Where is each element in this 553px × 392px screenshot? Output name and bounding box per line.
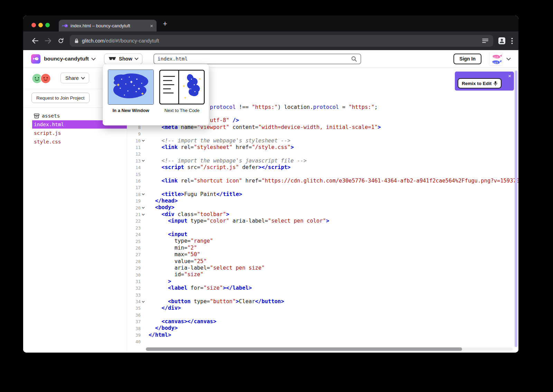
code-line[interactable]: 19 </head> xyxy=(127,198,518,204)
line-number: 24 xyxy=(127,231,146,238)
code-line[interactable]: 28 value="25" xyxy=(127,258,518,265)
browser-titlebar: index.html – bouncy-candytuft × + xyxy=(23,16,518,31)
code-line[interactable]: 17 xyxy=(127,184,518,191)
fold-toggle-icon[interactable] xyxy=(141,193,146,195)
code-line[interactable]: 12 xyxy=(127,151,518,157)
member-avatar-red[interactable] xyxy=(40,73,51,84)
code-line[interactable]: 15 xyxy=(127,171,518,177)
forward-icon[interactable] xyxy=(41,38,54,44)
code-line[interactable]: 36 xyxy=(127,312,518,318)
line-number: 35 xyxy=(127,305,146,311)
remix-button-label: Remix to Edit xyxy=(462,81,491,86)
code-line[interactable]: 20 <body> xyxy=(127,204,518,211)
fold-toggle-icon[interactable] xyxy=(141,160,146,162)
tab-title: index.html – bouncy-candytuft xyxy=(71,23,147,28)
show-option-next-to-code[interactable]: Next to The Code xyxy=(159,69,205,120)
tab-favicon-icon xyxy=(62,24,68,28)
code-line[interactable]: 37 <canvas></canvas> xyxy=(127,318,518,325)
code-line[interactable]: 34 <button type="button">Clear</button> xyxy=(127,298,518,305)
code-line[interactable]: 35 </div> xyxy=(127,305,518,311)
url-path: /edit/#!/bouncy-candytuft xyxy=(104,38,159,44)
file-name: style.css xyxy=(34,139,61,144)
code-line[interactable]: 32 <label for="size"></label> xyxy=(127,285,518,291)
reload-icon[interactable] xyxy=(54,38,67,44)
project-members xyxy=(31,73,51,84)
code-line[interactable]: 10 <!-- import the webpage's stylesheet … xyxy=(127,138,518,144)
reading-list-icon[interactable] xyxy=(482,38,488,43)
code-line[interactable]: 16 <link rel="shortcut icon" href="https… xyxy=(127,178,518,184)
line-number: 38 xyxy=(127,325,146,332)
code-line[interactable]: 27 max="50" xyxy=(127,251,518,258)
code-line[interactable]: 29 aria-label="select pen size" xyxy=(127,265,518,271)
back-icon[interactable] xyxy=(29,38,41,44)
avatar[interactable] xyxy=(489,52,503,66)
code-line[interactable]: 33 xyxy=(127,292,518,298)
code-line[interactable]: 18 <title>Fugu Paint</title> xyxy=(127,191,518,198)
code-line[interactable]: 22 <input type="color" aria-label="selec… xyxy=(127,218,518,224)
horizontal-scrollbar-track[interactable] xyxy=(146,347,513,351)
tab-close-icon[interactable]: × xyxy=(150,23,153,28)
menu-icon[interactable] xyxy=(511,38,513,44)
url-text: glitch.com/edit/#!/bouncy-candytuft xyxy=(82,38,479,44)
file-item-style.css[interactable]: style.css xyxy=(32,138,127,146)
profile-icon[interactable] xyxy=(498,37,506,45)
remix-to-edit-button[interactable]: Remix to Edit xyxy=(458,78,502,88)
search-icon xyxy=(351,56,357,62)
line-number: 34 xyxy=(127,298,146,305)
microphone-icon xyxy=(494,81,497,86)
request-join-button[interactable]: Request to Join Project xyxy=(31,93,90,103)
window-zoom-button[interactable] xyxy=(45,23,50,27)
vertical-scrollbar[interactable] xyxy=(515,71,517,347)
fold-toggle-icon[interactable] xyxy=(141,207,146,209)
code-line[interactable]: 39</html> xyxy=(127,332,518,338)
show-chevron-down-icon xyxy=(134,56,138,60)
code-line[interactable]: 14 <script src="/script.js" defer></scri… xyxy=(127,164,518,171)
assets-icon xyxy=(34,113,39,119)
show-button[interactable]: Show xyxy=(104,54,142,64)
window-minimize-button[interactable] xyxy=(38,23,43,27)
file-item-script.js[interactable]: script.js xyxy=(32,129,127,137)
remix-close-icon[interactable]: × xyxy=(508,73,511,78)
code-line[interactable]: 40 xyxy=(127,338,518,345)
sign-in-button[interactable]: Sign In xyxy=(453,54,481,64)
line-number: 15 xyxy=(127,171,146,177)
horizontal-scrollbar-thumb[interactable] xyxy=(146,347,462,351)
project-chevron-down-icon[interactable] xyxy=(91,56,96,60)
code-line[interactable]: 13 <!-- import the webpage's javascript … xyxy=(127,158,518,164)
line-number: 31 xyxy=(127,278,146,285)
line-number: 12 xyxy=(127,151,146,157)
fold-toggle-icon[interactable] xyxy=(141,214,146,216)
sunglasses-icon xyxy=(109,57,116,61)
fold-toggle-icon[interactable] xyxy=(141,140,146,142)
code-line[interactable]: 23 xyxy=(127,225,518,231)
browser-tab[interactable]: index.html – bouncy-candytuft × xyxy=(59,20,157,31)
window-close-button[interactable] xyxy=(31,23,36,27)
code-line[interactable]: 25 type="range" xyxy=(127,238,518,244)
code-line[interactable]: 11 <link rel="stylesheet" href="/style.c… xyxy=(127,144,518,151)
code-line[interactable]: 30 id="size" xyxy=(127,271,518,278)
filename-search-field[interactable] xyxy=(153,54,361,64)
show-option-label: In a New Window xyxy=(108,108,154,113)
url-bar[interactable]: glitch.com/edit/#!/bouncy-candytuft xyxy=(70,35,493,47)
file-name: assets xyxy=(42,113,60,119)
code-line[interactable]: 24 <input xyxy=(127,231,518,238)
fold-toggle-icon[interactable] xyxy=(141,301,146,303)
filename-input[interactable] xyxy=(158,56,351,62)
code-line[interactable]: 21 <div class="toolbar"> xyxy=(127,211,518,218)
url-domain: glitch.com xyxy=(82,38,104,44)
file-name: script.js xyxy=(34,130,61,136)
code-line[interactable]: 9 xyxy=(127,131,518,137)
show-option-new-window[interactable]: In a New Window xyxy=(108,69,154,120)
project-name[interactable]: bouncy-candytuft xyxy=(44,56,89,62)
glitch-logo[interactable] xyxy=(31,54,40,64)
code-line[interactable]: 38 </body> xyxy=(127,325,518,332)
line-number: 23 xyxy=(127,225,146,231)
code-line[interactable]: 26 min="2" xyxy=(127,245,518,251)
avatar-chevron-down-icon[interactable] xyxy=(506,56,511,60)
line-number: 40 xyxy=(127,338,146,345)
new-tab-button[interactable]: + xyxy=(163,20,167,28)
share-button[interactable]: Share xyxy=(60,73,89,83)
show-menu-popover: In a New Window Next to The Code xyxy=(103,64,209,125)
line-number: 10 xyxy=(127,138,146,144)
code-line[interactable]: 31 > xyxy=(127,278,518,285)
